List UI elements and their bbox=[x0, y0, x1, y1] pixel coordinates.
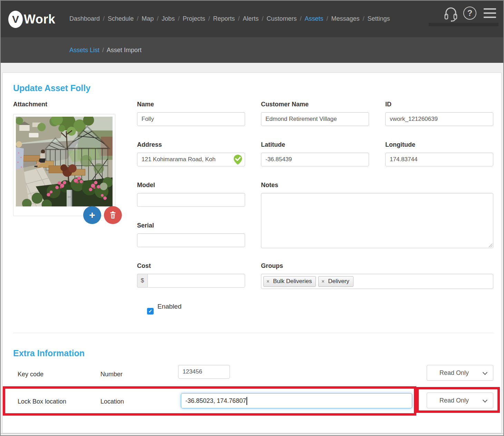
group-tag-label: Bulk Deliveries bbox=[273, 278, 312, 285]
nav-item-assets[interactable]: Assets bbox=[304, 15, 323, 22]
nav-shadow bbox=[429, 23, 498, 26]
attachment-label: Attachment bbox=[13, 101, 47, 108]
enabled-label: Enabled bbox=[157, 303, 182, 310]
vwork-logo-icon: V bbox=[8, 11, 23, 28]
nav-item-customers[interactable]: Customers bbox=[266, 15, 297, 22]
headset-icon[interactable] bbox=[443, 5, 458, 22]
nav-item-projects[interactable]: Projects bbox=[183, 15, 205, 22]
id-input[interactable] bbox=[385, 112, 493, 126]
address-input[interactable] bbox=[137, 153, 245, 166]
lock-box-permission-select[interactable]: Read Only bbox=[427, 393, 493, 408]
lock-box-location-input[interactable]: -36.85023, 174.76807 bbox=[181, 393, 412, 408]
notes-label: Notes bbox=[261, 182, 278, 189]
customer-name-input[interactable] bbox=[261, 112, 369, 126]
cost-input[interactable] bbox=[147, 274, 245, 288]
chevron-down-icon bbox=[483, 398, 487, 403]
top-navigation-bar: V Work Dashboard/Schedule/Map/Jobs/Proje… bbox=[1, 1, 503, 37]
notes-textarea[interactable] bbox=[261, 193, 493, 248]
page-title: Update Asset Folly bbox=[13, 83, 90, 93]
nav-item-alerts[interactable]: Alerts bbox=[243, 15, 259, 22]
key-code-permission-select[interactable]: Read Only bbox=[427, 365, 493, 381]
latitude-label: Latitude bbox=[261, 141, 285, 148]
model-input[interactable] bbox=[137, 193, 245, 207]
extra-field-name: Key code bbox=[18, 371, 43, 378]
address-label: Address bbox=[137, 141, 162, 148]
breadcrumb-bar: Assets List/Asset Import bbox=[1, 37, 503, 63]
help-icon[interactable]: ? bbox=[463, 7, 476, 20]
location-pin-verified-icon bbox=[233, 154, 243, 165]
nav-item-dashboard[interactable]: Dashboard bbox=[69, 15, 100, 22]
cost-label: Cost bbox=[137, 262, 151, 270]
longitude-label: Longitude bbox=[385, 141, 415, 148]
section-divider bbox=[13, 333, 493, 333]
serial-label: Serial bbox=[137, 222, 154, 229]
nav-item-settings[interactable]: Settings bbox=[368, 15, 390, 22]
model-label: Model bbox=[137, 182, 155, 189]
vwork-logo-text: Work bbox=[24, 12, 55, 27]
key-code-input[interactable] bbox=[178, 365, 230, 379]
nav-item-reports[interactable]: Reports bbox=[213, 15, 235, 22]
id-label: ID bbox=[385, 101, 391, 108]
group-tag[interactable]: × Bulk Deliveries bbox=[263, 276, 316, 287]
nav-item-messages[interactable]: Messages bbox=[331, 15, 359, 22]
vwork-logo[interactable]: V Work bbox=[8, 11, 55, 28]
attachment-photo[interactable] bbox=[16, 117, 113, 206]
delete-attachment-button[interactable] bbox=[104, 206, 122, 224]
plus-icon: + bbox=[89, 210, 95, 220]
location-value: -36.85023, 174.76807 bbox=[185, 397, 246, 405]
breadcrumb: Assets List/Asset Import bbox=[69, 37, 142, 63]
customer-name-label: Customer Name bbox=[261, 101, 309, 108]
permission-value: Read Only bbox=[439, 397, 469, 404]
permission-value: Read Only bbox=[439, 369, 469, 377]
groups-label: Groups bbox=[261, 262, 283, 270]
latitude-input[interactable] bbox=[261, 153, 369, 166]
resize-handle-icon[interactable] bbox=[488, 243, 493, 248]
attachment-card: + bbox=[13, 114, 115, 216]
page-bottom-strip bbox=[1, 433, 503, 436]
nav-item-jobs[interactable]: Jobs bbox=[162, 15, 175, 22]
trash-icon bbox=[109, 211, 116, 219]
nav-item-map[interactable]: Map bbox=[142, 15, 154, 22]
breadcrumb-assets-list[interactable]: Assets List bbox=[69, 47, 99, 54]
asset-form-panel: Update Asset Folly Attachment bbox=[2, 72, 502, 433]
name-input[interactable] bbox=[137, 112, 245, 126]
group-tag-label: Delivery bbox=[328, 278, 349, 285]
remove-tag-icon[interactable]: × bbox=[266, 279, 269, 284]
currency-prefix: $ bbox=[137, 274, 147, 288]
longitude-input[interactable] bbox=[385, 153, 493, 166]
nav-item-schedule[interactable]: Schedule bbox=[108, 15, 134, 22]
add-attachment-button[interactable]: + bbox=[83, 206, 101, 224]
groups-input[interactable]: × Bulk Deliveries × Delivery bbox=[261, 274, 493, 289]
text-caret bbox=[246, 397, 247, 405]
extra-field-type: Location bbox=[100, 398, 124, 405]
extra-field-type: Number bbox=[100, 371, 123, 378]
extra-field-name: Lock Box location bbox=[18, 398, 66, 405]
enabled-checkbox[interactable]: ✓ bbox=[147, 308, 154, 314]
name-label: Name bbox=[137, 101, 154, 108]
cost-field: $ bbox=[137, 274, 245, 288]
serial-input[interactable] bbox=[137, 233, 245, 247]
chevron-down-icon bbox=[483, 370, 487, 375]
extra-information-title: Extra Information bbox=[13, 348, 85, 358]
breadcrumb-asset-import: Asset Import bbox=[107, 47, 142, 54]
menu-icon[interactable] bbox=[484, 8, 496, 18]
group-tag[interactable]: × Delivery bbox=[318, 276, 353, 287]
remove-tag-icon[interactable]: × bbox=[321, 279, 324, 284]
main-menu: Dashboard/Schedule/Map/Jobs/Projects/Rep… bbox=[69, 15, 390, 22]
vwork-app-window: V Work Dashboard/Schedule/Map/Jobs/Proje… bbox=[0, 0, 504, 436]
